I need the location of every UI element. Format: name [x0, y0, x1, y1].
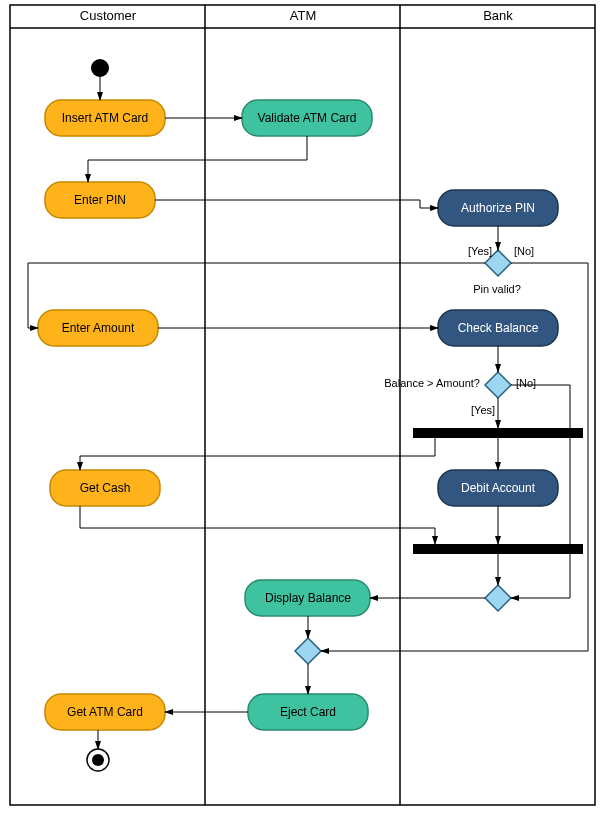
node-get-atm-card-label: Get ATM Card — [67, 705, 143, 719]
initial-node — [91, 59, 109, 77]
edge-fork-getcash — [80, 438, 435, 470]
activity-diagram: Customer ATM Bank Insert ATM Card Valida… — [0, 0, 603, 813]
edge-enterpin-authorize — [155, 200, 438, 208]
join-bar — [413, 544, 583, 554]
node-eject-card-label: Eject Card — [280, 705, 336, 719]
node-display-balance-label: Display Balance — [265, 591, 351, 605]
lane-customer-header: Customer — [80, 8, 137, 23]
final-node-inner — [92, 754, 104, 766]
label-balance-yes: [Yes] — [471, 404, 495, 416]
label-pin-no: [No] — [514, 245, 534, 257]
decision-pin-valid-label: Pin valid? — [473, 283, 521, 295]
decision-balance — [485, 372, 511, 398]
merge-1 — [485, 585, 511, 611]
fork-bar — [413, 428, 583, 438]
node-authorize-pin-label: Authorize PIN — [461, 201, 535, 215]
edge-validate-enterpin — [88, 136, 307, 182]
node-insert-card-label: Insert ATM Card — [62, 111, 148, 125]
node-enter-pin-label: Enter PIN — [74, 193, 126, 207]
node-enter-amount-label: Enter Amount — [62, 321, 135, 335]
node-get-cash-label: Get Cash — [80, 481, 131, 495]
decision-balance-label: Balance > Amount? — [384, 377, 480, 389]
node-debit-account-label: Debit Account — [461, 481, 536, 495]
node-validate-card-label: Validate ATM Card — [258, 111, 357, 125]
label-pin-yes: [Yes] — [468, 245, 492, 257]
merge-2 — [295, 638, 321, 664]
lane-bank-header: Bank — [483, 8, 513, 23]
label-balance-no: [No] — [516, 377, 536, 389]
lane-atm-header: ATM — [290, 8, 316, 23]
node-check-balance-label: Check Balance — [458, 321, 539, 335]
edge-getcash-join — [80, 506, 435, 544]
